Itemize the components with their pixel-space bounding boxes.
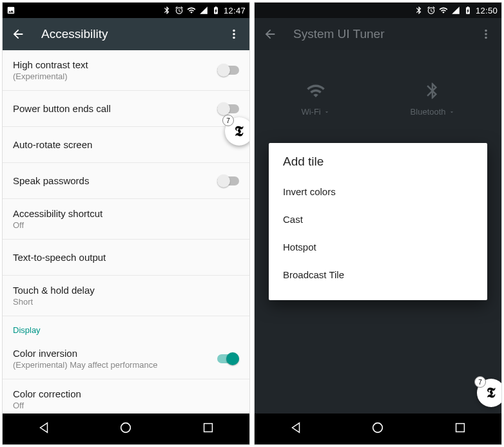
settings-list: High contrast text (Experimental) Power …: [3, 50, 249, 419]
page-title: Accessibility: [41, 27, 211, 41]
badge-count: 7: [222, 115, 234, 126]
svg-point-0: [121, 423, 131, 433]
cell-signal-icon: [199, 6, 208, 15]
nyt-glyph-icon: 𝕿: [235, 123, 244, 140]
floating-badge[interactable]: 𝕿 7: [225, 117, 250, 146]
wifi-icon: [439, 6, 448, 15]
nav-back-button[interactable]: [37, 421, 51, 437]
status-bar: 12:47: [3, 3, 249, 18]
svg-rect-3: [456, 424, 465, 432]
setting-power-button-ends-call[interactable]: Power button ends call: [3, 91, 249, 127]
setting-auto-rotate[interactable]: Auto-rotate screen: [3, 127, 249, 163]
alarm-icon: [175, 6, 184, 15]
app-bar: Accessibility: [3, 18, 249, 50]
battery-icon: [463, 6, 472, 15]
status-clock: 12:47: [224, 6, 246, 15]
status-clock: 12:50: [476, 6, 498, 15]
bluetooth-icon: [162, 6, 171, 15]
qs-tile-label: Bluetooth: [411, 107, 446, 117]
qs-tile-bluetooth[interactable]: Bluetooth: [411, 81, 455, 117]
dialog-item-broadcast-tile[interactable]: Broadcast Tile: [283, 261, 473, 289]
qs-tile-wifi[interactable]: Wi-Fi: [301, 81, 329, 117]
nav-back-button[interactable]: [289, 421, 303, 437]
back-button[interactable]: [10, 26, 26, 42]
app-bar: System UI Tuner: [255, 18, 501, 50]
setting-subtitle: Off: [13, 220, 239, 230]
svg-rect-1: [204, 424, 213, 432]
image-icon: [6, 6, 15, 15]
overflow-menu-button[interactable]: [226, 26, 242, 42]
chevron-down-icon: [449, 109, 455, 115]
setting-subtitle: (Experimental): [13, 71, 217, 81]
dialog-item-invert-colors[interactable]: Invert colors: [283, 178, 473, 205]
svg-point-2: [373, 423, 383, 433]
setting-title: Speak passwords: [13, 175, 217, 186]
page-title: System UI Tuner: [293, 27, 463, 41]
nav-home-button[interactable]: [119, 421, 133, 437]
setting-speak-passwords[interactable]: Speak passwords: [3, 163, 249, 199]
switch-toggle[interactable]: [217, 354, 239, 363]
nav-recents-button[interactable]: [201, 421, 215, 437]
qs-tile-label: Wi-Fi: [301, 107, 320, 117]
wifi-icon: [306, 81, 325, 100]
setting-tts-output[interactable]: Text-to-speech output: [3, 240, 249, 276]
setting-subtitle: (Experimental) May affect performance: [13, 360, 217, 370]
setting-title: Color inversion: [13, 348, 217, 359]
setting-title: Text-to-speech output: [13, 252, 239, 263]
bluetooth-icon: [423, 81, 442, 100]
setting-title: Color correction: [13, 388, 239, 399]
setting-high-contrast[interactable]: High contrast text (Experimental): [3, 50, 249, 91]
chevron-down-icon: [324, 109, 330, 115]
setting-title: Auto-rotate screen: [13, 139, 239, 150]
setting-title: Accessibility shortcut: [13, 208, 239, 219]
wifi-icon: [187, 6, 196, 15]
bluetooth-icon: [414, 6, 423, 15]
nav-home-button[interactable]: [371, 421, 385, 437]
dialog-item-hotspot[interactable]: Hotspot: [283, 233, 473, 261]
setting-subtitle: Off: [13, 401, 239, 410]
switch-toggle[interactable]: [217, 176, 239, 185]
right-screenshot: 12:50 System UI Tuner Wi-Fi Bluetooth Ad…: [254, 2, 502, 445]
dialog-item-cast[interactable]: Cast: [283, 205, 473, 233]
setting-accessibility-shortcut[interactable]: Accessibility shortcut Off: [3, 199, 249, 240]
navigation-bar: [255, 414, 501, 444]
add-tile-dialog: Add tile Invert colors Cast Hotspot Broa…: [269, 143, 487, 300]
switch-toggle[interactable]: [217, 104, 239, 113]
nav-recents-button[interactable]: [453, 421, 467, 437]
dialog-title: Add tile: [283, 155, 473, 169]
floating-badge[interactable]: 𝕿 7: [477, 379, 502, 407]
setting-subtitle: Short: [13, 297, 239, 307]
status-bar: 12:50: [255, 3, 501, 18]
setting-title: Power button ends call: [13, 103, 217, 114]
battery-icon: [211, 6, 220, 15]
setting-title: Touch & hold delay: [13, 285, 239, 296]
nyt-glyph-icon: 𝕿: [487, 385, 496, 401]
navigation-bar: [3, 414, 249, 444]
overflow-menu-button[interactable]: [478, 26, 494, 42]
section-header-display: Display: [3, 316, 249, 339]
setting-title: High contrast text: [13, 59, 217, 70]
badge-count: 7: [474, 376, 486, 388]
cell-signal-icon: [451, 6, 460, 15]
switch-toggle[interactable]: [217, 66, 239, 75]
setting-touch-hold-delay[interactable]: Touch & hold delay Short: [3, 276, 249, 316]
back-button[interactable]: [262, 26, 278, 42]
setting-color-inversion[interactable]: Color inversion (Experimental) May affec…: [3, 339, 249, 379]
alarm-icon: [427, 6, 436, 15]
left-screenshot: 12:47 Accessibility High contrast text (…: [2, 2, 250, 445]
